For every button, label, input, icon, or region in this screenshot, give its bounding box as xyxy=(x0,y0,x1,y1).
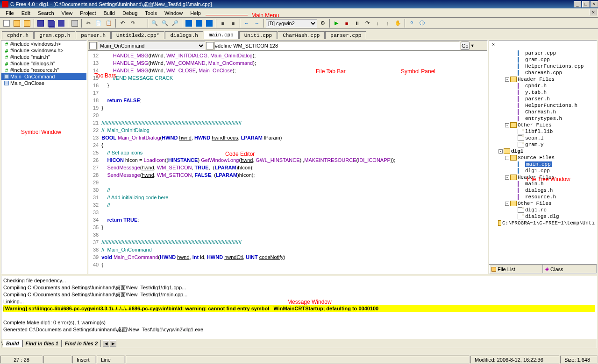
message-tab[interactable]: Find in files 1 xyxy=(22,340,62,347)
indent-right-button[interactable]: ≡ xyxy=(228,19,238,28)
close-button[interactable]: × xyxy=(591,1,598,7)
file-tab[interactable]: parser.h xyxy=(76,31,111,39)
msg-scroll-right[interactable]: ► xyxy=(110,340,116,347)
expand-icon[interactable]: - xyxy=(498,149,503,154)
tree-node[interactable]: dialogs.dlg xyxy=(490,213,596,220)
build-settings-button[interactable]: ⚙ xyxy=(318,19,327,28)
tab-file-list[interactable]: File List xyxy=(489,265,543,273)
mdi-close-button[interactable]: × xyxy=(590,9,597,15)
expand-icon[interactable]: - xyxy=(505,123,509,127)
bookmark-prev-button[interactable] xyxy=(194,19,204,28)
save-button[interactable] xyxy=(36,19,45,28)
go-button[interactable]: Go xyxy=(461,42,470,50)
tree-node[interactable]: HelperFunctions.cpp xyxy=(490,63,596,70)
file-tab[interactable]: Unit1.cpp xyxy=(239,31,277,39)
file-tab[interactable]: main.cpp xyxy=(204,31,239,39)
function-select[interactable]: Main_OnCommand xyxy=(98,42,205,50)
bookmark-next-button[interactable] xyxy=(205,19,214,28)
replace-button[interactable]: 🔎 xyxy=(171,19,180,28)
file-tab[interactable]: gram.cpp.h xyxy=(34,31,75,39)
file-tab[interactable]: cphdr.h xyxy=(2,31,34,39)
breakpoint-button[interactable]: ✋ xyxy=(393,19,403,28)
symbol-item[interactable]: ##include <windowsx.h> xyxy=(1,47,86,54)
symbol-item[interactable]: ##include <windows.h> xyxy=(1,41,86,47)
pause-button[interactable]: ⏸ xyxy=(352,19,362,28)
bookmark-button[interactable] xyxy=(184,19,193,28)
step-into-button[interactable]: ↓ xyxy=(373,19,382,28)
menu-edit[interactable]: Edit xyxy=(18,9,34,17)
find-button[interactable]: 🔍 xyxy=(150,19,159,28)
tree-node[interactable]: -Header Files xyxy=(490,174,596,181)
file-tab[interactable]: CharHash.cpp xyxy=(278,31,325,39)
paste-button[interactable]: 📋 xyxy=(104,19,114,28)
tree-node[interactable]: gram.y xyxy=(490,141,596,148)
tree-node[interactable]: main.h xyxy=(490,181,596,187)
build-config-select[interactable]: [D] cygwin2 xyxy=(266,19,317,28)
step-over-button[interactable]: ↷ xyxy=(363,19,372,28)
minimize-button[interactable]: _ xyxy=(574,1,581,7)
tree-node[interactable]: CharHash.h xyxy=(490,109,596,115)
tree-node[interactable]: libfl.lib xyxy=(490,128,596,135)
file-tree-window[interactable]: × parser.cppgram.cppHelperFunctions.cppC… xyxy=(489,40,597,274)
tree-node[interactable]: dlg1.rc xyxy=(490,207,596,213)
message-tab[interactable]: Build xyxy=(3,340,22,347)
tree-node[interactable]: gram.cpp xyxy=(490,56,596,63)
message-tab[interactable]: Find in files 2 xyxy=(62,340,101,347)
menu-window[interactable]: Window xyxy=(161,9,186,17)
tree-node[interactable]: cphdr.h xyxy=(490,83,596,89)
menu-file[interactable]: File xyxy=(2,9,18,17)
menu-project[interactable]: Project xyxy=(76,9,100,17)
menu-view[interactable]: View xyxy=(58,9,77,17)
tree-node[interactable]: -Other Files xyxy=(490,122,596,128)
help-button[interactable]: ? xyxy=(407,19,416,28)
symbol-item[interactable]: Main_OnClose xyxy=(1,80,86,86)
tree-node[interactable]: main.cpp xyxy=(490,161,596,168)
undo-button[interactable]: ↶ xyxy=(118,19,127,28)
symbol-item[interactable]: ##include "main.h" xyxy=(1,54,86,60)
expand-icon[interactable]: - xyxy=(505,202,509,206)
folder-button[interactable] xyxy=(22,19,32,28)
step-out-button[interactable]: ↑ xyxy=(383,19,392,28)
tree-node[interactable]: CharHash.cpp xyxy=(490,70,596,76)
open-button[interactable] xyxy=(12,19,21,28)
menu-help[interactable]: Help xyxy=(186,9,205,17)
nav-fwd-button[interactable]: → xyxy=(252,19,262,28)
file-tab[interactable]: parser.cpp xyxy=(325,31,366,39)
indent-left-button[interactable]: ≡ xyxy=(218,19,228,28)
msg-scroll-left[interactable]: ◄ xyxy=(103,340,109,347)
symbol-item[interactable]: Main_OnCommand xyxy=(1,73,86,80)
tree-node[interactable]: scan.l xyxy=(490,135,596,141)
expand-icon[interactable]: - xyxy=(505,77,509,82)
menu-debug[interactable]: Debug xyxy=(119,9,141,17)
tree-node[interactable]: -Other Files xyxy=(490,200,596,207)
file-tab[interactable]: dialogs.h xyxy=(165,31,203,39)
symbol-window[interactable]: ##include <windows.h>##include <windowsx… xyxy=(1,40,87,274)
define-input[interactable] xyxy=(214,42,460,50)
run-button[interactable]: ▶ xyxy=(332,19,341,28)
symbol-item[interactable]: ##include "resource.h" xyxy=(1,67,86,73)
cut-button[interactable]: ✂ xyxy=(84,19,93,28)
tree-node[interactable]: -dlg1 xyxy=(490,148,596,154)
tree-node[interactable]: C:\PROGRA~1\C-FREE~1\temp\Unti xyxy=(490,220,596,226)
expand-icon[interactable]: - xyxy=(505,156,509,160)
tree-node[interactable]: resource.h xyxy=(490,194,596,200)
nav-back-button[interactable]: ← xyxy=(242,19,251,28)
about-button[interactable]: ⓘ xyxy=(417,19,427,28)
message-output[interactable]: Checking file dependency...Compiling C:\… xyxy=(1,276,597,339)
new-file-button[interactable] xyxy=(2,19,11,28)
tree-node[interactable]: parser.h xyxy=(490,96,596,102)
symbol-item[interactable]: ##include "dialogs.h" xyxy=(1,60,86,67)
tree-node[interactable]: dialogs.h xyxy=(490,187,596,194)
tree-node[interactable]: -Source Files xyxy=(490,154,596,161)
maximize-button[interactable]: □ xyxy=(582,1,590,7)
print-button[interactable] xyxy=(70,19,79,28)
copy-button[interactable]: 📄 xyxy=(94,19,103,28)
tree-node[interactable]: HelperFunctions.h xyxy=(490,102,596,109)
redo-button[interactable]: ↷ xyxy=(128,19,137,28)
stop-button[interactable]: ■ xyxy=(342,19,351,28)
menu-search[interactable]: Search xyxy=(34,9,58,17)
save-as-button[interactable] xyxy=(57,19,66,28)
find-in-files-button[interactable]: 🔍 xyxy=(160,19,170,28)
menu-tools[interactable]: Tools xyxy=(141,9,161,17)
code-editor[interactable]: 1213141516171819202122232425262728293031… xyxy=(88,51,487,273)
